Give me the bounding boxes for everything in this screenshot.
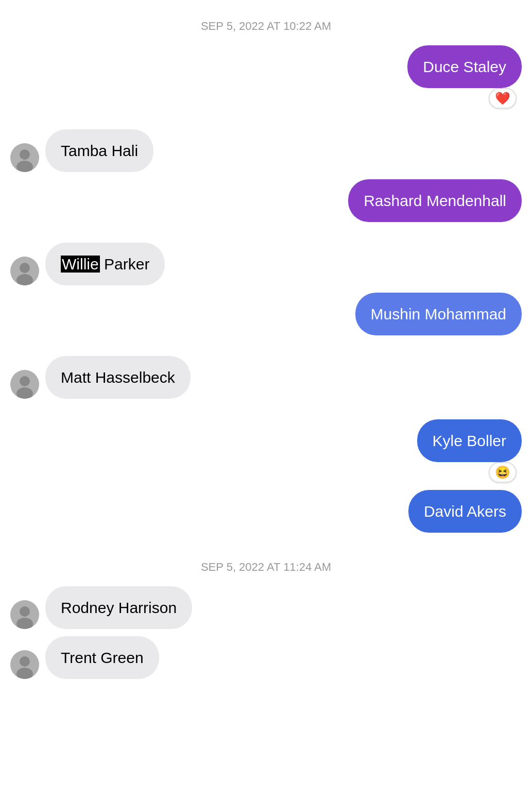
message-bubble: Rashard Mendenhall — [348, 179, 522, 222]
highlighted-word: Willie — [61, 256, 100, 273]
message-bubble: Mushin Mohammad — [355, 293, 522, 335]
reaction-bubble: 😆 — [489, 462, 517, 483]
svg-point-1 — [20, 149, 30, 160]
chat-container: SEP 5, 2022 AT 10:22 AM Duce Staley ❤️ T… — [0, 0, 532, 798]
avatar — [10, 650, 39, 679]
message-bubble: Rodney Harrison — [45, 586, 192, 629]
reaction-bubble: ❤️ — [489, 88, 517, 109]
message-row: Tamba Hali — [0, 127, 532, 174]
svg-point-10 — [20, 606, 30, 617]
message-row: Matt Hasselbeck — [0, 354, 532, 401]
message-text: David Akers — [424, 503, 506, 520]
reaction-row: 😆 — [0, 462, 532, 483]
avatar — [10, 143, 39, 172]
message-row: Willie Parker — [0, 241, 532, 287]
message-row: Rashard Mendenhall — [0, 177, 532, 224]
message-bubble: Trent Green — [45, 636, 159, 679]
timestamp-morning: SEP 5, 2022 AT 10:22 AM — [0, 20, 532, 33]
message-row: David Akers — [0, 488, 532, 535]
message-text: Mushin Mohammad — [371, 305, 506, 322]
svg-point-7 — [20, 376, 30, 386]
message-row: Rodney Harrison — [0, 584, 532, 631]
message-text: Tamba Hali — [61, 142, 138, 159]
message-text: Duce Staley — [423, 58, 506, 75]
avatar — [10, 600, 39, 629]
svg-point-4 — [20, 263, 30, 273]
message-bubble: Willie Parker — [45, 243, 165, 285]
message-text: Rashard Mendenhall — [364, 192, 506, 209]
message-text: Kyle Boller — [433, 432, 506, 449]
avatar — [10, 370, 39, 399]
message-text-highlight: Willie Parker — [61, 256, 149, 273]
timestamp-midday: SEP 5, 2022 AT 11:24 AM — [0, 561, 532, 574]
message-row: Trent Green — [0, 634, 532, 681]
svg-point-13 — [20, 656, 30, 667]
message-bubble: David Akers — [408, 490, 522, 533]
avatar — [10, 257, 39, 285]
message-row: Duce Staley — [0, 43, 532, 90]
message-text: Trent Green — [61, 649, 144, 666]
message-bubble: Matt Hasselbeck — [45, 356, 191, 399]
message-bubble: Tamba Hali — [45, 129, 153, 172]
message-text: Matt Hasselbeck — [61, 369, 175, 386]
message-text: Rodney Harrison — [61, 599, 177, 616]
message-bubble: Duce Staley — [407, 45, 522, 88]
reaction-row: ❤️ — [0, 88, 532, 109]
message-bubble: Kyle Boller — [417, 419, 522, 462]
message-row: Kyle Boller — [0, 417, 532, 464]
message-row: Mushin Mohammad — [0, 291, 532, 337]
